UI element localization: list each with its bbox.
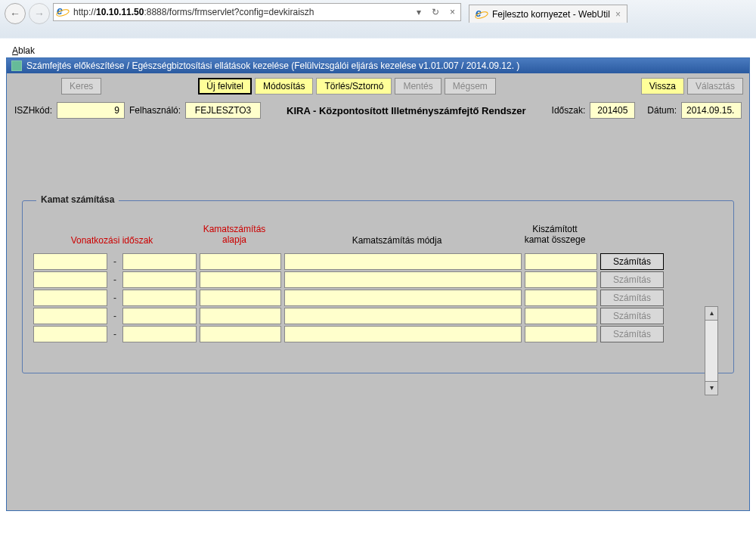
felhasznalo-value: FEJLESZTO3 — [185, 102, 261, 119]
megsem-button[interactable]: Mégsem — [445, 78, 496, 94]
mentes-button[interactable]: Mentés — [395, 78, 441, 94]
calc-button[interactable]: Számítás — [600, 253, 664, 270]
basis-input[interactable] — [200, 308, 281, 324]
method-input[interactable] — [284, 253, 522, 270]
amount-input[interactable] — [525, 253, 597, 270]
scroll-down-icon[interactable]: ▾ — [705, 381, 717, 395]
period-to-input[interactable] — [122, 308, 197, 324]
tab-title: Fejleszto kornyezet - WebUtil — [492, 9, 610, 20]
scroll-up-icon[interactable]: ▴ — [705, 307, 717, 321]
range-sep: - — [110, 256, 119, 267]
method-input[interactable] — [284, 308, 522, 324]
keres-button[interactable]: Keres — [61, 78, 101, 94]
idoszak-label: Időszak: — [552, 105, 586, 116]
window-icon — [11, 60, 22, 71]
basis-input[interactable] — [200, 271, 281, 288]
data-grid: - Számítás - Számítás — [33, 253, 703, 342]
url-text: http://10.10.11.50:8888/forms/frmservlet… — [73, 7, 314, 17]
forward-button[interactable]: → — [29, 3, 50, 24]
amount-input[interactable] — [525, 271, 597, 288]
calc-button[interactable]: Számítás — [600, 290, 664, 306]
url-dropdown-icon[interactable]: ▾ — [414, 7, 423, 17]
basis-input[interactable] — [200, 253, 281, 270]
hdr-alapja: Kamatszámítás alapja — [194, 224, 275, 246]
datum-value: 2014.09.15. — [681, 102, 742, 119]
range-sep: - — [110, 329, 119, 339]
address-bar[interactable]: http://10.10.11.50:8888/forms/frmservlet… — [53, 3, 461, 21]
browser-tab[interactable]: Fejleszto kornyezet - WebUtil × — [469, 5, 627, 23]
panel-legend: Kamat számítása — [36, 194, 119, 205]
grid-scrollbar[interactable]: ▴ ▾ — [705, 306, 718, 395]
period-to-input[interactable] — [122, 290, 197, 306]
window-title-bar: Számfejtés előkészítése / Egészségbiztos… — [7, 58, 749, 73]
calc-button[interactable]: Számítás — [600, 326, 664, 342]
close-icon[interactable]: × — [615, 9, 621, 20]
iszhkod-value: 9 — [57, 102, 125, 119]
ie-icon — [57, 6, 69, 18]
iszhkod-label: ISZHkód: — [14, 105, 52, 116]
browser-chrome: ← → http://10.10.11.50:8888/forms/frmser… — [0, 0, 756, 38]
period-to-input[interactable] — [122, 271, 197, 288]
stop-icon[interactable]: × — [448, 7, 457, 17]
method-input[interactable] — [284, 271, 522, 288]
menu-ablak[interactable]: Ablak — [6, 45, 750, 56]
uj-felvitel-button[interactable]: Új felvitel — [198, 78, 252, 94]
range-sep: - — [110, 311, 119, 321]
felhasznalo-label: Felhasználó: — [129, 105, 181, 116]
modositas-button[interactable]: Módosítás — [255, 78, 313, 94]
basis-input[interactable] — [200, 290, 281, 306]
torles-button[interactable]: Törlés/Sztornó — [316, 78, 392, 94]
ie-icon — [476, 8, 488, 20]
scroll-track[interactable] — [705, 321, 717, 381]
kamat-panel: Kamat számítása Vonatkozási időszak Kama… — [22, 200, 734, 373]
vissza-button[interactable]: Vissza — [641, 78, 684, 94]
refresh-icon[interactable]: ↻ — [429, 7, 442, 17]
range-sep: - — [110, 274, 119, 285]
method-input[interactable] — [284, 326, 522, 342]
valasztas-button[interactable]: Választás — [687, 78, 743, 94]
toolbar: Keres Új felvitel Módosítás Törlés/Sztor… — [7, 73, 749, 99]
period-from-input[interactable] — [33, 308, 107, 324]
amount-input[interactable] — [525, 290, 597, 306]
basis-input[interactable] — [200, 326, 281, 342]
range-sep: - — [110, 293, 119, 303]
datum-label: Dátum: — [647, 105, 677, 116]
period-to-input[interactable] — [122, 253, 197, 270]
back-button[interactable]: ← — [5, 3, 26, 24]
period-from-input[interactable] — [33, 290, 107, 306]
idoszak-value: 201405 — [590, 102, 635, 119]
amount-input[interactable] — [525, 308, 597, 324]
app-window: Számfejtés előkészítése / Egészségbiztos… — [6, 57, 750, 511]
hdr-osszeg: Kiszámított kamat összege — [519, 224, 591, 246]
app-main-title: KIRA - Központosított Illetményszámfejtő… — [265, 105, 547, 116]
period-to-input[interactable] — [122, 326, 197, 342]
method-input[interactable] — [284, 290, 522, 306]
period-from-input[interactable] — [33, 253, 107, 270]
calc-button[interactable]: Számítás — [600, 271, 664, 288]
period-from-input[interactable] — [33, 271, 107, 288]
window-title: Számfejtés előkészítése / Egészségbiztos… — [26, 60, 519, 71]
hdr-modja: Kamatszámítás módja — [278, 235, 516, 246]
calc-button[interactable]: Számítás — [600, 308, 664, 324]
info-row: ISZHkód: 9 Felhasználó: FEJLESZTO3 KIRA … — [7, 99, 749, 125]
amount-input[interactable] — [525, 326, 597, 342]
hdr-vonatkozasi: Vonatkozási időszak — [33, 235, 191, 246]
period-from-input[interactable] — [33, 326, 107, 342]
